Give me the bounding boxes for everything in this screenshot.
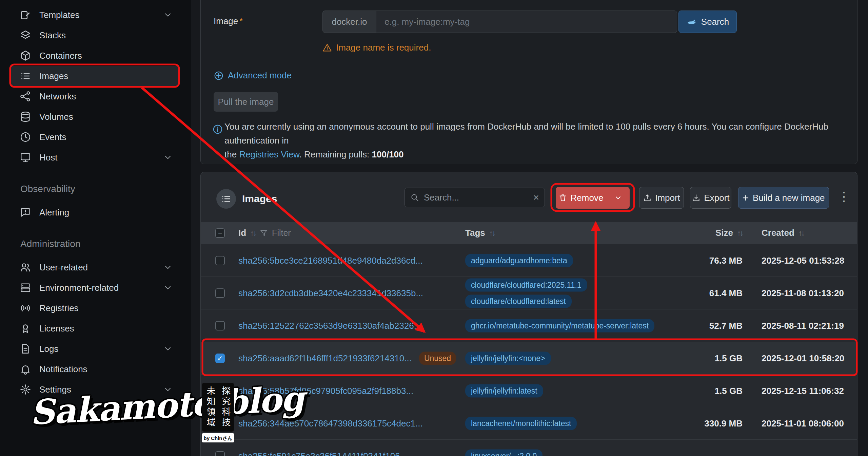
search-icon xyxy=(410,193,419,202)
image-id-link[interactable]: sha256:344ae570c78647398d336175c4dec1... xyxy=(238,418,423,429)
row-checkbox[interactable] xyxy=(215,386,225,396)
sidebar-item-containers[interactable]: Containers xyxy=(10,45,179,66)
column-id-label[interactable]: Id xyxy=(238,228,246,238)
sort-icon[interactable]: ↑↓ xyxy=(737,229,743,238)
remove-dropdown-toggle[interactable] xyxy=(606,187,630,209)
sidebar-item-host[interactable]: Host xyxy=(10,147,179,168)
image-created: 2025-12-15 11:06:32 xyxy=(762,385,844,396)
tag-badge: lancachenet/monolithic:latest xyxy=(465,417,577,430)
validation-error: Image name is required. xyxy=(322,42,431,53)
sidebar-section-observability: Observability xyxy=(10,180,179,197)
chevron-down-icon xyxy=(163,263,173,272)
row-checkbox[interactable] xyxy=(215,321,225,330)
row-checkbox[interactable] xyxy=(215,256,225,265)
stacks-icon xyxy=(20,30,31,41)
table-row: sha256:3d2cdb3dbe3420e4c233341d33635b...… xyxy=(201,277,857,309)
column-size-label[interactable]: Size xyxy=(715,228,733,238)
row-checkbox[interactable] xyxy=(215,451,225,456)
images-icon xyxy=(20,70,31,82)
sidebar-item-stacks[interactable]: Stacks xyxy=(10,25,179,45)
image-size: 52.7 MB xyxy=(709,320,743,331)
sidebar-item-user-related[interactable]: User-related xyxy=(10,257,179,278)
image-id-link[interactable]: sha256:aaad62f1b46fff1d521933f6214310... xyxy=(238,353,412,363)
tag-badge: jellyfin/jellyfin:<none> xyxy=(465,352,551,365)
sidebar-item-label: Host xyxy=(39,152,57,163)
filter-icon[interactable] xyxy=(260,229,268,237)
pull-image-panel: Image* docker.io Search Image name is re… xyxy=(200,0,857,164)
download-icon xyxy=(692,193,701,202)
sort-icon[interactable]: ↑↓ xyxy=(489,229,495,238)
gear-icon xyxy=(20,384,31,395)
row-checkbox[interactable] xyxy=(215,419,225,428)
sidebar-item-notifications[interactable]: Notifications xyxy=(10,359,179,379)
advanced-mode-link[interactable]: Advanced mode xyxy=(214,70,292,81)
sidebar-item-label: Licenses xyxy=(39,323,74,334)
image-name-input[interactable] xyxy=(376,11,677,33)
table-row: sha256:fc591c75a3c36f514411f0341f106...l… xyxy=(201,439,857,456)
chevron-down-icon xyxy=(163,385,173,394)
pull-image-button[interactable]: Pull the image xyxy=(214,92,278,112)
clear-search-icon[interactable]: × xyxy=(533,192,539,203)
sort-icon[interactable]: ↑↓ xyxy=(250,229,256,238)
column-tags-label[interactable]: Tags xyxy=(465,228,485,238)
sidebar: TemplatesStacksContainersImagesNetworksV… xyxy=(0,0,191,456)
image-id-link[interactable]: sha256:fc591c75a3c36f514411f0341f106... xyxy=(238,451,407,456)
table-header: – Id ↑↓ Filter Tags ↑↓ Size ↑↓ xyxy=(201,222,857,244)
export-button[interactable]: Export xyxy=(690,187,731,209)
image-size: 76.3 MB xyxy=(709,255,743,266)
column-id: Id ↑↓ Filter xyxy=(238,222,291,244)
licenses-icon xyxy=(20,323,31,334)
sidebar-item-templates[interactable]: Templates xyxy=(10,5,179,25)
sidebar-item-alerting[interactable]: Alerting xyxy=(10,202,179,223)
more-options-icon[interactable]: ⋮ xyxy=(837,189,850,204)
templates-icon xyxy=(20,9,31,21)
sidebar-item-volumes[interactable]: Volumes xyxy=(10,107,179,127)
image-size: 61.4 MB xyxy=(709,288,743,298)
registries-view-link[interactable]: Registries View xyxy=(239,149,299,159)
filter-label[interactable]: Filter xyxy=(272,228,291,238)
sidebar-item-images[interactable]: Images xyxy=(10,66,179,86)
image-size: 330.9 MB xyxy=(704,418,743,429)
environment-icon xyxy=(20,282,31,293)
sidebar-item-licenses[interactable]: Licenses xyxy=(10,318,179,339)
build-new-image-button[interactable]: + Build a new image xyxy=(738,187,829,209)
sidebar-item-registries[interactable]: Registries xyxy=(10,298,179,318)
logs-icon xyxy=(20,343,31,355)
image-id-link[interactable]: sha256:3d2cdb3dbe3420e4c233341d33635b... xyxy=(238,288,423,298)
image-id-link[interactable]: sha256:5bce3ce2168951d48e9480da2d36cd... xyxy=(238,255,423,266)
column-created-label[interactable]: Created xyxy=(762,228,794,238)
table-row: sha256:5bce3ce2168951d48e9480da2d36cd...… xyxy=(201,244,857,277)
remove-button[interactable]: Remove xyxy=(556,187,606,209)
table-search-input[interactable] xyxy=(424,192,533,203)
image-created: 2025-08-11 02:21:19 xyxy=(762,320,844,331)
sidebar-item-events[interactable]: Events xyxy=(10,127,179,147)
search-dockerhub-button[interactable]: Search xyxy=(678,11,737,33)
sidebar-item-environment-related[interactable]: Environment-related xyxy=(10,278,179,298)
image-id-link[interactable]: sha256:58b57fd06c97905fc095a2f9f188b3... xyxy=(238,385,413,396)
row-checkbox[interactable] xyxy=(215,288,225,298)
sort-icon[interactable]: ↑↓ xyxy=(798,229,804,238)
globe-plus-icon xyxy=(214,71,224,81)
remaining-pulls-count: 100/100 xyxy=(372,149,404,159)
sidebar-item-logs[interactable]: Logs xyxy=(10,339,179,359)
row-checkbox[interactable]: ✓ xyxy=(215,354,225,363)
table-search-box: × xyxy=(405,188,545,207)
whale-icon xyxy=(686,16,697,27)
sidebar-item-label: Networks xyxy=(39,91,76,102)
select-all-checkbox[interactable]: – xyxy=(215,228,225,238)
required-asterisk: * xyxy=(239,16,243,26)
info-icon xyxy=(212,124,223,135)
sidebar-item-label: User-related xyxy=(39,262,88,273)
image-created: 2025-11-01 08:06:00 xyxy=(762,418,844,429)
registries-icon xyxy=(20,302,31,314)
tag-badge: cloudflare/cloudflared:2025.11.1 xyxy=(465,278,587,291)
networks-icon xyxy=(20,91,31,102)
image-id-link[interactable]: sha256:12522762c3563d9e63130af4ab2326... xyxy=(238,320,421,331)
sidebar-item-settings[interactable]: Settings xyxy=(10,379,179,400)
widget-title: Images xyxy=(242,193,277,205)
images-table-body: sha256:5bce3ce2168951d48e9480da2d36cd...… xyxy=(201,244,857,456)
sidebar-item-networks[interactable]: Networks xyxy=(10,86,179,107)
sidebar-nav: TemplatesStacksContainersImagesNetworksV… xyxy=(10,5,179,400)
plus-icon: + xyxy=(742,192,749,203)
import-button[interactable]: Import xyxy=(639,187,684,209)
